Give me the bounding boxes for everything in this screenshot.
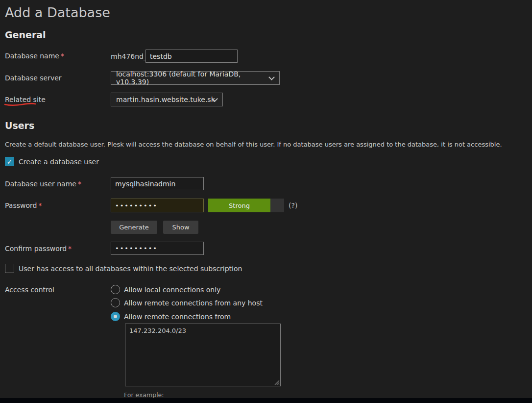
database-server-selected-value: localhost:3306 (default for MariaDB, v10… — [116, 70, 266, 86]
create-database-user-label: Create a database user — [19, 158, 99, 166]
chevron-down-icon — [268, 74, 275, 80]
radio-remote-any-host-label: Allow remote connections from any host — [124, 299, 263, 307]
confirm-password-input[interactable] — [111, 242, 204, 255]
general-section-heading: General — [5, 29, 46, 40]
required-marker: * — [68, 245, 72, 252]
red-underline-annotation — [4, 102, 36, 107]
bottom-edge-strip — [0, 398, 532, 403]
password-strength-indicator: Strong — [208, 199, 270, 212]
password-label: Password* — [5, 202, 42, 209]
generate-button[interactable]: Generate — [111, 221, 157, 234]
database-name-input[interactable] — [145, 50, 238, 63]
textarea-resize-handle[interactable] — [274, 379, 280, 385]
access-control-label: Access control — [5, 286, 54, 294]
database-user-name-input[interactable] — [111, 177, 204, 190]
radio-local-connections-only[interactable] — [111, 285, 120, 294]
users-section-heading: Users — [5, 120, 34, 131]
related-site-selected-value: martin.hasin.website.tuke.sk — [116, 96, 215, 103]
required-marker: * — [78, 180, 81, 188]
for-example-hint: For example: — [124, 391, 164, 399]
show-button[interactable]: Show — [163, 221, 198, 234]
all-databases-access-label: User has access to all databases within … — [19, 265, 242, 273]
database-server-label: Database server — [5, 74, 62, 82]
page-title: Add a Database — [5, 5, 110, 20]
database-name-prefix: mh476nd_ — [111, 52, 147, 60]
radio-remote-connections-from[interactable] — [111, 312, 120, 321]
add-database-page: Add a Database General Database name* mh… — [0, 0, 532, 403]
password-help-link[interactable]: (?) — [289, 202, 297, 209]
radio-remote-any-host[interactable] — [111, 298, 120, 307]
all-databases-access-checkbox[interactable] — [5, 264, 14, 273]
radio-local-connections-only-label: Allow local connections only — [124, 286, 220, 294]
related-site-select[interactable]: martin.hasin.website.tuke.sk — [111, 93, 223, 106]
database-server-select[interactable]: localhost:3306 (default for MariaDB, v10… — [111, 71, 280, 85]
radio-remote-connections-from-label: Allow remote connections from — [124, 313, 231, 321]
check-icon: ✓ — [7, 158, 13, 165]
database-user-name-label: Database user name* — [5, 180, 81, 188]
required-marker: * — [38, 202, 42, 209]
required-marker: * — [61, 52, 64, 60]
users-description: Create a default database user. Plesk wi… — [5, 141, 502, 148]
confirm-password-label: Confirm password* — [5, 245, 72, 252]
password-strength-remainder — [270, 199, 284, 212]
password-input[interactable] — [111, 199, 204, 212]
radio-selected-dot — [114, 315, 117, 318]
database-name-label: Database name* — [5, 52, 64, 60]
create-database-user-checkbox[interactable]: ✓ — [5, 157, 14, 166]
remote-hosts-textarea[interactable]: 147.232.204.0/23 — [125, 324, 281, 386]
password-strength-label: Strong — [229, 202, 250, 209]
